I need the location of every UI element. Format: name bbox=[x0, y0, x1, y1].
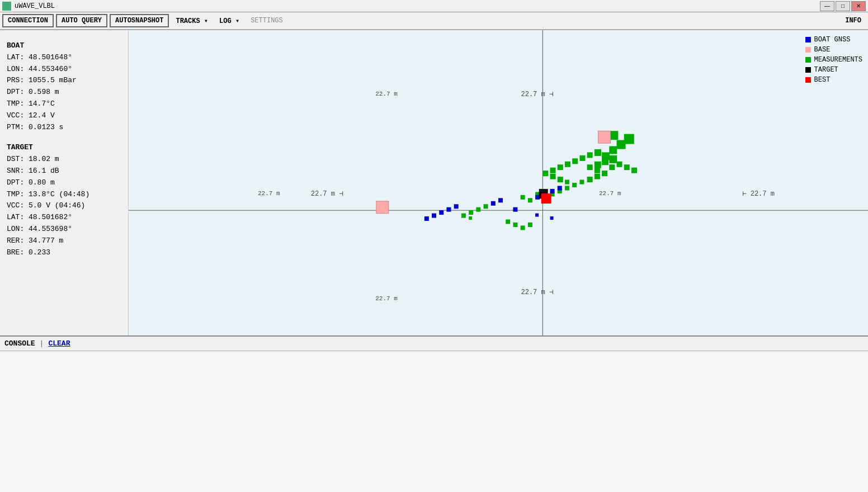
svg-text:⊢ 22.7 m: ⊢ 22.7 m bbox=[742, 190, 775, 198]
svg-rect-56 bbox=[432, 214, 436, 218]
svg-rect-30 bbox=[558, 164, 563, 170]
legend-target: TARGET bbox=[805, 66, 862, 74]
svg-rect-8 bbox=[528, 198, 532, 202]
svg-rect-0 bbox=[129, 30, 868, 335]
boat-vcc: VCC: 12.4 V bbox=[7, 110, 121, 122]
svg-rect-49 bbox=[506, 220, 510, 224]
svg-rect-32 bbox=[542, 171, 548, 176]
svg-rect-40 bbox=[609, 146, 617, 154]
svg-rect-50 bbox=[513, 223, 517, 227]
legend-best-label: BEST bbox=[814, 76, 831, 84]
autosnapshot-button[interactable]: AUTOSNAPSHOT bbox=[110, 14, 169, 27]
target-bre: BRE: 0.233 bbox=[7, 247, 121, 259]
legend-measurements: MEASUREMENTS bbox=[805, 56, 862, 64]
top-section: BOAT LAT: 48.501648° LON: 44.553460° PRS… bbox=[0, 30, 868, 335]
axis-label-right: 22.7 m bbox=[599, 190, 621, 197]
svg-rect-62 bbox=[550, 189, 555, 193]
svg-rect-59 bbox=[498, 198, 503, 202]
best-color-icon bbox=[805, 77, 811, 83]
svg-rect-17 bbox=[595, 174, 600, 179]
svg-rect-20 bbox=[587, 164, 593, 170]
map-svg: 22.7 m ⊣ 22.7 m ⊣ 22.7 m ⊣ ⊢ 22.7 m bbox=[129, 30, 868, 335]
tracks-menu[interactable]: TRACKS ▾ bbox=[171, 15, 213, 27]
minimize-button[interactable]: — bbox=[820, 1, 834, 11]
console-separator: | bbox=[40, 339, 44, 348]
menubar-left: CONNECTION AUTO QUERY AUTOSNAPSHOT TRACK… bbox=[2, 14, 287, 27]
log-menu[interactable]: LOG ▾ bbox=[215, 15, 244, 27]
boat-lat: LAT: 48.501648° bbox=[7, 52, 121, 64]
svg-rect-21 bbox=[595, 162, 601, 168]
svg-rect-29 bbox=[565, 162, 570, 167]
svg-rect-35 bbox=[565, 180, 569, 184]
boat-lon: LON: 44.553460° bbox=[7, 64, 121, 75]
target-color-icon bbox=[805, 67, 811, 73]
legend-measurements-label: MEASUREMENTS bbox=[814, 56, 862, 64]
boat-dpt: DPT: 0.598 m bbox=[7, 87, 121, 98]
app-icon bbox=[2, 2, 11, 11]
target-lat: LAT: 48.501682° bbox=[7, 212, 121, 224]
svg-rect-71 bbox=[541, 193, 551, 204]
connection-button[interactable]: CONNECTION bbox=[2, 14, 54, 27]
svg-rect-15 bbox=[579, 180, 584, 184]
svg-rect-48 bbox=[469, 216, 472, 220]
legend: BOAT GNSS BASE MEASUREMENTS TARGET BEST bbox=[805, 36, 862, 86]
axis-label-top: 22.7 m bbox=[375, 91, 398, 97]
data-panel: BOAT LAT: 48.501648° LON: 44.553460° PRS… bbox=[0, 30, 129, 335]
console-label: CONSOLE bbox=[4, 339, 35, 348]
svg-rect-45 bbox=[476, 207, 480, 212]
axis-label-bottom: 22.7 m bbox=[375, 295, 398, 302]
svg-rect-39 bbox=[631, 168, 637, 173]
svg-rect-34 bbox=[558, 177, 563, 182]
svg-rect-53 bbox=[454, 204, 459, 209]
clear-button[interactable]: CLEAR bbox=[48, 339, 70, 348]
legend-boat-gnss: BOAT GNSS bbox=[805, 36, 862, 44]
svg-rect-26 bbox=[587, 152, 593, 158]
console-body[interactable] bbox=[0, 351, 868, 492]
map-area[interactable]: 22.7 m 22.7 m 22.7 m 22.7 m 22.7 m ⊣ 22.… bbox=[129, 30, 868, 335]
svg-text:22.7 m ⊣: 22.7 m ⊣ bbox=[521, 91, 553, 98]
boat-section-label: BOAT bbox=[7, 40, 121, 52]
close-button[interactable]: ✕ bbox=[851, 1, 866, 11]
menubar: CONNECTION AUTO QUERY AUTOSNAPSHOT TRACK… bbox=[0, 12, 868, 30]
svg-rect-66 bbox=[550, 216, 554, 220]
boat-ptm: PTM: 0.0123 s bbox=[7, 122, 121, 134]
svg-rect-44 bbox=[484, 204, 488, 209]
svg-rect-16 bbox=[587, 177, 593, 182]
svg-text:22.7 m ⊣: 22.7 m ⊣ bbox=[311, 190, 343, 198]
svg-rect-18 bbox=[602, 171, 607, 176]
svg-rect-7 bbox=[521, 195, 525, 200]
boat-prs: PRS: 1055.5 mBar bbox=[7, 75, 121, 87]
svg-rect-38 bbox=[624, 164, 630, 170]
info-button[interactable]: INFO bbox=[841, 15, 866, 26]
svg-rect-46 bbox=[469, 210, 473, 215]
legend-best: BEST bbox=[805, 76, 862, 84]
titlebar-controls[interactable]: — □ ✕ bbox=[820, 1, 866, 11]
axis-label-left: 22.7 m bbox=[258, 190, 280, 197]
svg-rect-51 bbox=[521, 225, 525, 230]
svg-rect-23 bbox=[609, 155, 617, 163]
target-section-label: TARGET bbox=[7, 142, 121, 154]
boat-tmp: TMP: 14.7°C bbox=[7, 98, 121, 110]
settings-menu[interactable]: SETTINGS bbox=[246, 15, 287, 26]
svg-rect-58 bbox=[491, 201, 496, 206]
target-dst: DST: 18.02 m bbox=[7, 154, 121, 165]
svg-rect-27 bbox=[579, 155, 585, 161]
target-dpt: DPT: 0.80 m bbox=[7, 177, 121, 189]
svg-rect-13 bbox=[565, 186, 569, 190]
svg-rect-63 bbox=[558, 186, 562, 190]
target-vcc: VCC: 5.0 V (04:46) bbox=[7, 200, 121, 212]
auto-query-button[interactable]: AUTO QUERY bbox=[56, 14, 107, 27]
console-header: CONSOLE | CLEAR bbox=[0, 337, 868, 351]
base-color-icon bbox=[805, 47, 811, 53]
measurements-color-icon bbox=[805, 57, 811, 63]
main-area: BOAT LAT: 48.501648° LON: 44.553460° PRS… bbox=[0, 30, 868, 492]
titlebar: uWAVE_VLBL — □ ✕ bbox=[0, 0, 868, 12]
svg-rect-65 bbox=[535, 214, 539, 217]
maximize-button[interactable]: □ bbox=[836, 1, 850, 11]
svg-rect-67 bbox=[598, 131, 610, 143]
target-lon: LON: 44.553698° bbox=[7, 224, 121, 235]
svg-rect-47 bbox=[461, 214, 466, 218]
svg-rect-37 bbox=[617, 162, 622, 167]
target-rer: RER: 34.777 m bbox=[7, 235, 121, 247]
legend-base-label: BASE bbox=[814, 46, 831, 54]
